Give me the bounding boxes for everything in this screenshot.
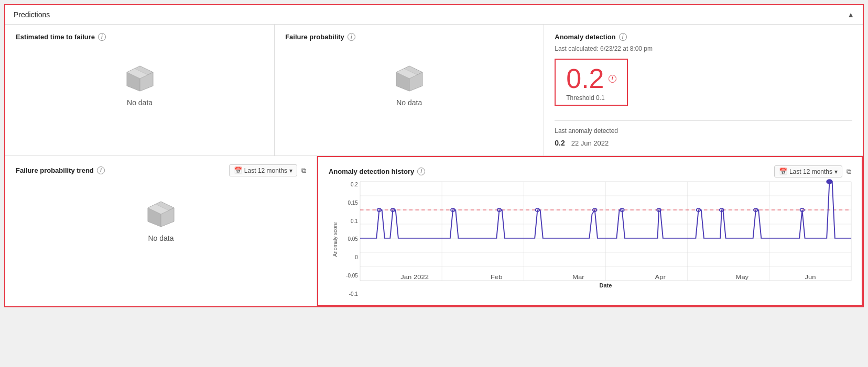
y-axis-label: Anomaly score xyxy=(332,222,338,257)
predictions-panel: Predictions ▲ Estimated time to failure … xyxy=(4,4,864,307)
y-tick-3: 0.1 xyxy=(351,218,358,224)
x-axis-label: Date xyxy=(360,282,851,288)
failure-probability-no-data-area: No data xyxy=(285,45,533,123)
anomaly-history-title-area: Anomaly detection history i xyxy=(329,168,425,175)
anomaly-score-value-row: 0.2 i xyxy=(566,65,616,92)
expand-icon-2[interactable]: ⧉ xyxy=(847,168,851,176)
anomaly-history-title: Anomaly detection history xyxy=(329,168,414,175)
anomaly-history-chart: Jan 2022 Feb Mar Apr May Jun xyxy=(360,182,851,281)
estimated-time-no-data-label: No data xyxy=(127,98,153,107)
bottom-row: Failure probability trend i 📅 Last 12 mo… xyxy=(5,156,863,306)
empty-box-icon-1 xyxy=(122,61,158,92)
anomaly-history-header: Anomaly detection history i 📅 Last 12 mo… xyxy=(329,165,851,177)
anomaly-history-info-icon[interactable]: i xyxy=(417,168,425,175)
failure-probability-info-icon[interactable]: i xyxy=(348,33,355,41)
estimated-time-title: Estimated time to failure i xyxy=(16,33,264,41)
main-container: Predictions ▲ Estimated time to failure … xyxy=(0,4,868,367)
failure-probability-title: Failure probability i xyxy=(285,33,533,41)
anomaly-history-controls: 📅 Last 12 months ▾ ⧉ xyxy=(774,165,851,177)
failure-trend-info-icon[interactable]: i xyxy=(97,166,105,174)
calendar-icon-1: 📅 xyxy=(234,166,242,174)
empty-box-icon-3 xyxy=(143,196,179,228)
collapse-icon[interactable]: ▲ xyxy=(847,10,854,19)
anomaly-score-box: 0.2 i Threshold 0.1 xyxy=(555,59,627,106)
x-label-feb: Feb xyxy=(491,274,502,280)
x-label-jan: Jan 2022 xyxy=(400,274,429,280)
failure-trend-title-area: Failure probability trend i xyxy=(16,166,105,174)
anomaly-history-card: Anomaly detection history i 📅 Last 12 mo… xyxy=(317,156,863,306)
anomaly-detection-title: Anomaly detection i xyxy=(555,33,852,41)
divider-1 xyxy=(555,120,852,121)
chart-wrapper: Anomaly score 0.2 0.15 0.1 0.05 0 -0.05 … xyxy=(329,182,851,297)
failure-trend-header: Failure probability trend i 📅 Last 12 mo… xyxy=(16,164,306,176)
estimated-time-info-icon[interactable]: i xyxy=(98,33,106,41)
top-row: Estimated time to failure i No data Fa xyxy=(5,25,863,156)
last-anomaly-values: 0.2 22 Jun 2022 xyxy=(555,139,852,147)
anomaly-history-time-range[interactable]: 📅 Last 12 months ▾ xyxy=(774,165,842,177)
anomaly-detection-info-icon[interactable]: i xyxy=(619,33,627,41)
failure-trend-time-range[interactable]: 📅 Last 12 months ▾ xyxy=(229,164,297,176)
y-tick-1: 0.2 xyxy=(351,182,358,187)
anomaly-score-number: 0.2 xyxy=(566,65,604,92)
chart-area: Jan 2022 Feb Mar Apr May Jun Date xyxy=(360,182,851,297)
failure-trend-title: Failure probability trend xyxy=(16,166,94,174)
x-label-apr: Apr xyxy=(655,274,665,280)
anomaly-threshold-label: Threshold 0.1 xyxy=(566,94,616,102)
anomaly-score-info-icon[interactable]: i xyxy=(609,75,616,83)
data-point-last-spike xyxy=(827,180,832,184)
x-label-mar: Mar xyxy=(572,274,584,280)
y-tick-6: -0.05 xyxy=(346,273,358,279)
estimated-time-no-data-area: No data xyxy=(16,45,264,123)
calendar-icon-2: 📅 xyxy=(779,168,787,175)
y-ticks: 0.2 0.15 0.1 0.05 0 -0.05 -0.1 xyxy=(341,182,360,297)
estimated-time-to-failure-card: Estimated time to failure i No data xyxy=(5,25,274,155)
predictions-title: Predictions xyxy=(14,10,50,19)
x-label-may: May xyxy=(735,274,748,280)
anomaly-last-calculated: Last calculated: 6/23/22 at 8:00 pm xyxy=(555,45,852,52)
last-anomaly-score: 0.2 xyxy=(555,139,565,147)
x-label-jun: Jun xyxy=(805,274,816,280)
dropdown-arrow-1: ▾ xyxy=(289,167,292,174)
last-anomaly-label: Last anomaly detected xyxy=(555,127,852,135)
predictions-header: Predictions ▲ xyxy=(5,5,863,25)
failure-trend-no-data-label: No data xyxy=(148,234,173,242)
failure-probability-card: Failure probability i No data xyxy=(274,25,544,155)
y-tick-4: 0.05 xyxy=(348,236,357,242)
y-tick-5: 0 xyxy=(355,254,358,260)
anomaly-detection-card: Anomaly detection i Last calculated: 6/2… xyxy=(544,25,863,155)
y-axis-label-container: Anomaly score xyxy=(329,182,341,297)
failure-trend-controls: 📅 Last 12 months ▾ ⧉ xyxy=(229,164,306,176)
last-anomaly-date: 22 Jun 2022 xyxy=(571,139,609,147)
y-tick-2: 0.15 xyxy=(348,200,357,206)
expand-icon-1[interactable]: ⧉ xyxy=(301,166,306,175)
failure-probability-no-data-label: No data xyxy=(396,98,422,107)
failure-trend-no-data-area: No data xyxy=(16,181,306,258)
y-tick-7: -0.1 xyxy=(349,291,358,297)
dropdown-arrow-2: ▾ xyxy=(834,168,838,175)
failure-probability-trend-card: Failure probability trend i 📅 Last 12 mo… xyxy=(5,156,317,306)
empty-box-icon-2 xyxy=(391,61,428,92)
